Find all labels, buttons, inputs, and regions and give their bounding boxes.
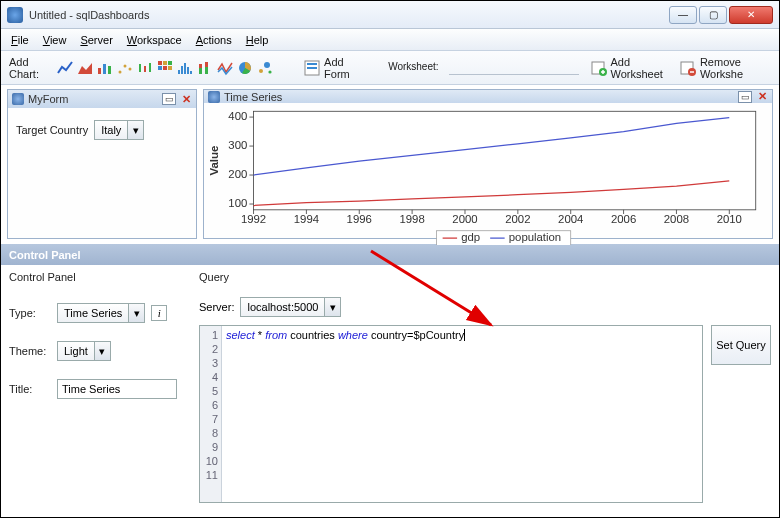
menubar: File View Server Workspace Actions Help xyxy=(1,29,779,51)
scatter-chart-icon[interactable] xyxy=(117,59,133,77)
timeseries-panel: Time Series ▭ ✕ 100200300400199219941996… xyxy=(203,89,773,239)
menu-view[interactable]: View xyxy=(37,32,73,48)
svg-text:1994: 1994 xyxy=(294,213,320,225)
chevron-down-icon: ▾ xyxy=(324,298,340,316)
query-section-label: Query xyxy=(199,271,771,283)
myform-panel: MyForm ▭ ✕ Target Country Italy ▾ xyxy=(7,89,197,239)
type-select[interactable]: Time Series ▾ xyxy=(57,303,145,323)
menu-actions[interactable]: Actions xyxy=(190,32,238,48)
remove-worksheet-button[interactable]: Remove Workshe xyxy=(676,54,771,82)
window-title: Untitled - sqlDashboards xyxy=(29,9,669,21)
svg-text:2000: 2000 xyxy=(452,213,477,225)
pie-chart-icon[interactable] xyxy=(237,59,253,77)
stacked-bar-icon[interactable] xyxy=(197,59,213,77)
remove-worksheet-label: Remove Workshe xyxy=(700,56,767,80)
bubble-chart-icon[interactable] xyxy=(257,59,273,77)
svg-rect-20 xyxy=(190,71,192,74)
menu-help[interactable]: Help xyxy=(240,32,275,48)
panel-icon xyxy=(208,91,220,103)
svg-rect-10 xyxy=(158,61,162,65)
svg-marker-0 xyxy=(78,63,92,74)
chevron-down-icon: ▾ xyxy=(127,121,143,139)
svg-text:Value: Value xyxy=(208,146,220,176)
app-icon xyxy=(7,7,23,23)
myform-title: MyForm xyxy=(28,93,158,105)
svg-text:200: 200 xyxy=(228,168,247,180)
info-button[interactable]: i xyxy=(151,305,167,321)
menu-server[interactable]: Server xyxy=(74,32,118,48)
area-chart-icon[interactable] xyxy=(77,59,93,77)
type-value: Time Series xyxy=(58,307,128,319)
menu-file[interactable]: File xyxy=(5,32,35,48)
svg-rect-22 xyxy=(199,64,202,68)
window-maximize-button[interactable]: ▢ xyxy=(699,6,727,24)
line-chart-icon[interactable] xyxy=(57,59,73,77)
panel-maximize-button[interactable]: ▭ xyxy=(738,91,752,103)
timeseries-chart: 1002003004001992199419961998200020022004… xyxy=(206,105,764,245)
svg-rect-30 xyxy=(307,63,317,65)
editor-gutter: 1234567891011 xyxy=(200,326,222,502)
server-value: localhost:5000 xyxy=(241,301,324,313)
control-panel-strip-title: Control Panel xyxy=(9,249,81,261)
svg-rect-15 xyxy=(168,66,172,70)
svg-point-28 xyxy=(268,70,271,73)
svg-text:2002: 2002 xyxy=(505,213,530,225)
svg-text:300: 300 xyxy=(228,139,247,151)
window-close-button[interactable]: ✕ xyxy=(729,6,773,24)
query-panel: Query Server: localhost:5000 ▾ 123456789… xyxy=(199,271,771,503)
form-icon xyxy=(304,59,320,77)
histogram-icon[interactable] xyxy=(177,59,193,77)
editor-code[interactable]: select * from countries where country=$p… xyxy=(222,326,469,502)
window-minimize-button[interactable]: — xyxy=(669,6,697,24)
svg-text:2008: 2008 xyxy=(664,213,689,225)
target-country-select[interactable]: Italy ▾ xyxy=(94,120,144,140)
svg-rect-9 xyxy=(149,63,151,72)
control-panel-left: Control Panel Type: Time Series ▾ i Them… xyxy=(9,271,189,503)
add-form-button[interactable]: Add Form xyxy=(300,54,364,82)
timeseries-title: Time Series xyxy=(224,91,734,103)
spark-chart-icon[interactable] xyxy=(217,59,233,77)
target-country-label: Target Country xyxy=(16,124,88,136)
svg-rect-8 xyxy=(144,66,146,72)
worksheet-tabs-area xyxy=(449,61,579,75)
control-panel-title: Control Panel xyxy=(9,271,189,283)
server-label: Server: xyxy=(199,301,234,313)
panel-close-button[interactable]: ✕ xyxy=(756,90,768,103)
svg-rect-12 xyxy=(168,61,172,65)
candle-chart-icon[interactable] xyxy=(137,59,153,77)
svg-point-4 xyxy=(118,70,121,73)
svg-text:2006: 2006 xyxy=(611,213,636,225)
svg-text:1998: 1998 xyxy=(399,213,424,225)
svg-text:1992: 1992 xyxy=(241,213,266,225)
title-label: Title: xyxy=(9,383,51,395)
svg-rect-19 xyxy=(187,67,189,74)
svg-text:2004: 2004 xyxy=(558,213,584,225)
panel-maximize-button[interactable]: ▭ xyxy=(162,93,176,105)
svg-rect-24 xyxy=(205,62,208,67)
svg-text:400: 400 xyxy=(228,110,247,122)
svg-rect-17 xyxy=(181,66,183,74)
menu-workspace[interactable]: Workspace xyxy=(121,32,188,48)
type-label: Type: xyxy=(9,307,51,319)
worksheet-add-icon xyxy=(591,59,607,77)
theme-select[interactable]: Light ▾ xyxy=(57,341,111,361)
svg-rect-18 xyxy=(184,63,186,74)
title-input[interactable] xyxy=(57,379,177,399)
svg-rect-3 xyxy=(108,66,111,74)
sql-editor[interactable]: 1234567891011 select * from countries wh… xyxy=(199,325,703,503)
heatmap-icon[interactable] xyxy=(157,59,173,77)
set-query-label: Set Query xyxy=(716,339,766,351)
server-select[interactable]: localhost:5000 ▾ xyxy=(240,297,341,317)
svg-text:gdp: gdp xyxy=(461,231,480,243)
bar-chart-icon[interactable] xyxy=(97,59,113,77)
svg-rect-7 xyxy=(139,64,141,72)
svg-rect-13 xyxy=(158,66,162,70)
svg-rect-1 xyxy=(98,68,101,74)
theme-label: Theme: xyxy=(9,345,51,357)
set-query-button[interactable]: Set Query xyxy=(711,325,771,365)
add-worksheet-button[interactable]: Add Worksheet xyxy=(587,54,672,82)
panel-close-button[interactable]: ✕ xyxy=(180,93,192,106)
worksheet-remove-icon xyxy=(680,59,696,77)
window-titlebar: Untitled - sqlDashboards — ▢ ✕ xyxy=(1,1,779,29)
svg-text:population: population xyxy=(509,231,561,243)
